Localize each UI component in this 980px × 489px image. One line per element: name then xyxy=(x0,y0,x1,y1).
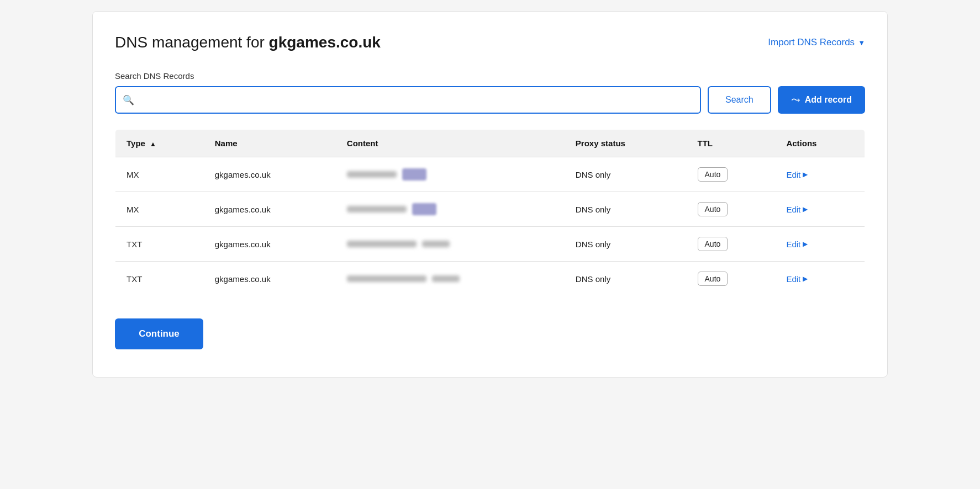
cell-proxy-status: DNS only xyxy=(565,227,687,262)
edit-label: Edit xyxy=(786,274,800,284)
cell-type: TXT xyxy=(115,262,204,296)
search-input-wrapper: 🔍 xyxy=(115,86,701,114)
col-proxy-status: Proxy status xyxy=(565,130,687,157)
table-header-row: Type ▲ Name Content Proxy status TTL Act… xyxy=(115,130,865,157)
col-type[interactable]: Type ▲ xyxy=(115,130,204,157)
cell-content xyxy=(336,262,565,296)
cell-content xyxy=(336,192,565,227)
search-section: Search DNS Records 🔍 Search ⤳ Add record xyxy=(115,71,865,114)
edit-arrow-icon: ▶ xyxy=(803,240,808,248)
edit-link[interactable]: Edit ▶ xyxy=(786,240,853,249)
edit-label: Edit xyxy=(786,205,800,214)
table-row: MX gkgames.co.uk DNS only Auto Edit ▶ xyxy=(115,157,865,192)
cell-ttl: Auto xyxy=(687,157,776,192)
plus-icon: ⤳ xyxy=(791,93,800,107)
search-button[interactable]: Search xyxy=(708,86,771,114)
table-body: MX gkgames.co.uk DNS only Auto Edit ▶ xyxy=(115,157,865,296)
search-row: 🔍 Search ⤳ Add record xyxy=(115,86,865,114)
edit-link[interactable]: Edit ▶ xyxy=(786,274,853,284)
col-ttl: TTL xyxy=(687,130,776,157)
cell-proxy-status: DNS only xyxy=(565,262,687,296)
edit-label: Edit xyxy=(786,240,800,249)
table-row: TXT gkgames.co.uk DNS only Auto Edit ▶ xyxy=(115,262,865,296)
ttl-badge: Auto xyxy=(698,237,728,251)
page-header: DNS management for gkgames.co.uk Import … xyxy=(115,34,865,51)
import-dns-label: Import DNS Records xyxy=(768,37,855,48)
cell-content xyxy=(336,227,565,262)
cell-type: MX xyxy=(115,157,204,192)
domain-name: gkgames.co.uk xyxy=(269,34,381,51)
cell-content xyxy=(336,157,565,192)
edit-label: Edit xyxy=(786,170,800,179)
edit-link[interactable]: Edit ▶ xyxy=(786,170,853,179)
cell-actions: Edit ▶ xyxy=(775,192,865,227)
search-label: Search DNS Records xyxy=(115,71,865,81)
page-footer: Continue xyxy=(115,318,865,349)
col-actions-label: Actions xyxy=(786,139,816,148)
edit-arrow-icon: ▶ xyxy=(803,171,808,178)
table-header: Type ▲ Name Content Proxy status TTL Act… xyxy=(115,130,865,157)
cell-actions: Edit ▶ xyxy=(775,227,865,262)
cell-actions: Edit ▶ xyxy=(775,262,865,296)
cell-name: gkgames.co.uk xyxy=(204,192,336,227)
ttl-badge: Auto xyxy=(698,202,728,216)
import-dns-link[interactable]: Import DNS Records ▼ xyxy=(768,37,865,48)
add-record-label: Add record xyxy=(805,95,852,105)
table-row: MX gkgames.co.uk DNS only Auto Edit ▶ xyxy=(115,192,865,227)
sort-arrow-icon: ▲ xyxy=(150,140,156,148)
col-proxy-status-label: Proxy status xyxy=(576,139,625,148)
col-content-label: Content xyxy=(347,139,378,148)
cell-ttl: Auto xyxy=(687,192,776,227)
col-content: Content xyxy=(336,130,565,157)
cell-name: gkgames.co.uk xyxy=(204,262,336,296)
title-prefix: DNS management for xyxy=(115,34,269,51)
continue-label: Continue xyxy=(139,328,180,339)
cell-ttl: Auto xyxy=(687,227,776,262)
dns-table: Type ▲ Name Content Proxy status TTL Act… xyxy=(115,129,865,296)
col-name-label: Name xyxy=(215,139,238,148)
col-ttl-label: TTL xyxy=(698,139,713,148)
edit-arrow-icon: ▶ xyxy=(803,205,808,213)
search-input[interactable] xyxy=(115,86,701,114)
cell-proxy-status: DNS only xyxy=(565,192,687,227)
continue-button[interactable]: Continue xyxy=(115,318,203,349)
ttl-badge: Auto xyxy=(698,272,728,286)
edit-link[interactable]: Edit ▶ xyxy=(786,205,853,214)
cell-proxy-status: DNS only xyxy=(565,157,687,192)
cell-type: TXT xyxy=(115,227,204,262)
col-name: Name xyxy=(204,130,336,157)
page-title: DNS management for gkgames.co.uk xyxy=(115,34,381,51)
cell-ttl: Auto xyxy=(687,262,776,296)
table-row: TXT gkgames.co.uk DNS only Auto Edit ▶ xyxy=(115,227,865,262)
chevron-down-icon: ▼ xyxy=(858,39,865,47)
search-button-label: Search xyxy=(725,95,754,104)
cell-type: MX xyxy=(115,192,204,227)
ttl-badge: Auto xyxy=(698,167,728,182)
cell-actions: Edit ▶ xyxy=(775,157,865,192)
add-record-button[interactable]: ⤳ Add record xyxy=(778,86,865,114)
cell-name: gkgames.co.uk xyxy=(204,227,336,262)
col-actions: Actions xyxy=(775,130,865,157)
cell-name: gkgames.co.uk xyxy=(204,157,336,192)
dns-management-panel: DNS management for gkgames.co.uk Import … xyxy=(92,11,888,378)
edit-arrow-icon: ▶ xyxy=(803,275,808,283)
col-type-label: Type xyxy=(127,139,145,148)
